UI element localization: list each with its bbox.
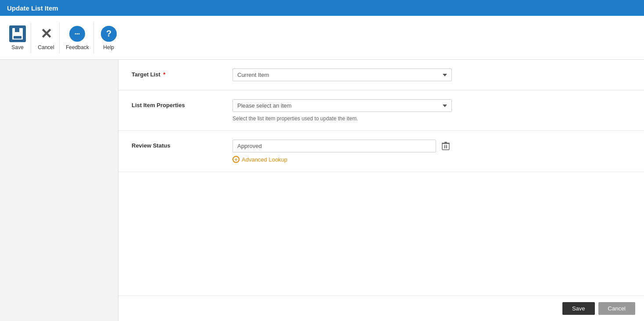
page-wrapper: Target List * Current Item List Item Pro… (0, 60, 644, 321)
feedback-toolbar-label: Feedback (66, 44, 89, 50)
review-status-label: Review Status (132, 140, 233, 149)
review-status-row: Review Status (118, 131, 644, 172)
target-list-label: Target List * (132, 69, 233, 78)
footer-bar: Save Cancel (118, 296, 644, 321)
list-item-properties-control: Please select an item Select the list it… (233, 99, 452, 122)
sidebar (0, 60, 118, 321)
page-title: Update List Item (7, 4, 58, 12)
save-toolbar-button[interactable]: Save (4, 22, 31, 53)
svg-point-8 (79, 33, 80, 34)
cancel-toolbar-label: Cancel (38, 44, 54, 50)
plus-circle-icon: + (233, 156, 240, 163)
help-toolbar-label: Help (103, 44, 114, 50)
svg-point-6 (75, 33, 76, 34)
svg-rect-11 (442, 144, 449, 150)
content-area: Target List * Current Item List Item Pro… (118, 60, 644, 321)
title-bar: Update List Item (0, 0, 644, 16)
help-toolbar-button[interactable]: ? Help (96, 22, 122, 53)
target-list-control: Current Item (233, 69, 452, 81)
svg-rect-14 (442, 143, 450, 144)
required-indicator: * (162, 71, 166, 78)
svg-rect-2 (15, 28, 19, 32)
form-container: Target List * Current Item List Item Pro… (118, 60, 644, 172)
advanced-lookup-link[interactable]: + Advanced Lookup (233, 156, 452, 163)
svg-rect-13 (446, 145, 447, 148)
main-layout: Target List * Current Item List Item Pro… (0, 60, 644, 321)
save-button[interactable]: Save (562, 302, 595, 315)
svg-point-7 (77, 33, 78, 34)
svg-rect-4 (14, 36, 21, 39)
target-list-select[interactable]: Current Item (233, 69, 452, 81)
list-item-properties-row: List Item Properties Please select an it… (118, 90, 644, 131)
list-item-properties-label: List Item Properties (132, 99, 233, 108)
review-status-delete-button[interactable] (440, 140, 452, 152)
save-toolbar-label: Save (11, 44, 23, 50)
list-item-properties-hint: Select the list item properties used to … (233, 115, 452, 122)
advanced-lookup-label: Advanced Lookup (242, 156, 287, 163)
review-status-control: + Advanced Lookup (233, 140, 452, 163)
target-list-row: Target List * Current Item (118, 60, 644, 90)
review-status-input-row (233, 140, 452, 152)
save-icon (9, 25, 26, 43)
cancel-toolbar-button[interactable]: ✕ Cancel (33, 22, 60, 53)
cancel-icon: ✕ (37, 25, 55, 43)
help-icon: ? (100, 25, 118, 43)
review-status-input[interactable] (233, 140, 436, 152)
svg-rect-15 (444, 142, 447, 143)
cancel-button[interactable]: Cancel (598, 302, 635, 315)
feedback-toolbar-button[interactable]: Feedback (61, 22, 94, 53)
list-item-properties-select[interactable]: Please select an item (233, 99, 452, 112)
feedback-icon (68, 25, 86, 43)
toolbar: Save ✕ Cancel Feedback ? (0, 16, 644, 60)
svg-text:?: ? (106, 29, 111, 38)
svg-rect-12 (444, 145, 445, 148)
